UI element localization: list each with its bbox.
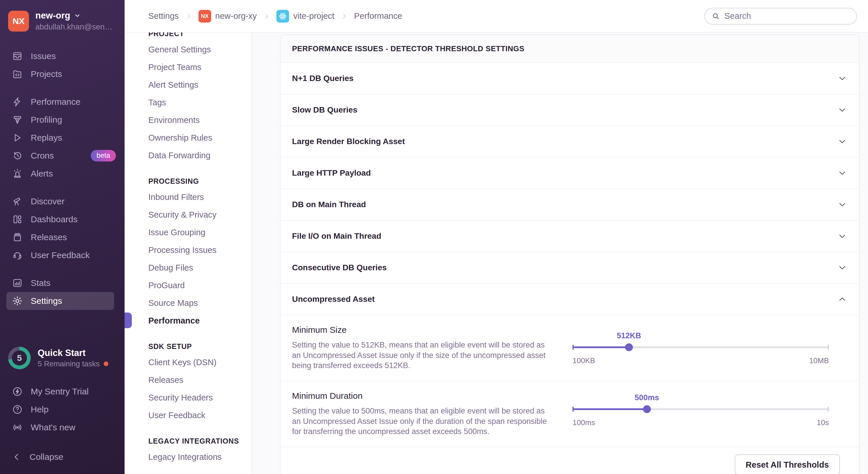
quickstart-title: Quick Start [38,348,108,358]
slider-track[interactable] [572,343,829,351]
org-name: new-org [35,10,70,21]
detector-settings-panel: PERFORMANCE ISSUES - DETECTOR THRESHOLD … [280,35,859,474]
nav-item-debug-files[interactable]: Debug Files [148,259,251,277]
nav-item-source-maps[interactable]: Source Maps [148,294,251,312]
panel-footer: Reset All Thresholds [280,447,859,474]
nav-item-alert-settings[interactable]: Alert Settings [148,76,251,94]
accordion-row-consecutive-db-queries[interactable]: Consecutive DB Queries [280,252,859,283]
threshold-title: Minimum Duration [292,391,552,401]
telescope-icon [12,196,23,207]
chevron-left-icon [12,452,22,462]
siren-icon [12,168,23,179]
accordion-row-large-render-blocking-asset[interactable]: Large Render Blocking Asset [280,126,859,158]
slider-track[interactable] [572,405,829,413]
breadcrumb-project[interactable]: vite-project [276,10,334,23]
beta-badge: beta [91,150,116,162]
chevron-down-icon [838,200,847,209]
nav-item-security-privacy[interactable]: Security & Privacy [148,206,251,224]
sidebar-item-issues[interactable]: Issues [0,47,125,65]
sidebar-item-crons[interactable]: Crons beta [0,147,125,165]
threshold-minimum-duration: Minimum Duration Setting the value to 50… [280,381,859,447]
nav-section-project: PROJECT [148,32,251,38]
row-title: Large Render Blocking Asset [292,137,405,146]
nav-item-processing-issues[interactable]: Processing Issues [148,241,251,259]
nav-item-proguard[interactable]: ProGuard [148,277,251,294]
archive-icon [12,232,23,242]
sidebar-item-releases[interactable]: Releases [0,228,125,246]
quick-start[interactable]: 5 Quick Start 5 Remaining tasks [0,347,125,369]
nav-item-data-forwarding[interactable]: Data Forwarding [148,147,251,164]
sidebar-item-settings[interactable]: Settings [6,292,114,310]
org-switcher[interactable]: NX new-org abdullah.khan@sen… [0,0,125,40]
reset-all-thresholds-button[interactable]: Reset All Thresholds [735,454,840,474]
slider-min-label: 100ms [572,418,595,427]
sidebar-item-help[interactable]: Help [0,401,125,418]
sidebar-item-alerts[interactable]: Alerts [0,165,125,182]
nav-item-legacy-integrations[interactable]: Legacy Integrations [148,448,251,466]
row-title: File I/O on Main Thread [292,232,381,241]
threshold-description: Setting the value to 512KB, means that a… [292,340,552,371]
nav-item-project-teams[interactable]: Project Teams [148,59,251,76]
search-box[interactable] [704,8,857,25]
quickstart-progress-ring: 5 [8,347,31,369]
slider-handle[interactable] [625,343,633,351]
nav-item-issue-grouping[interactable]: Issue Grouping [148,224,251,241]
sidebar-item-replays[interactable]: Replays [0,129,125,147]
nav-item-security-headers[interactable]: Security Headers [148,389,251,407]
row-title: Consecutive DB Queries [292,263,387,272]
nav-item-label: Performance [148,316,199,325]
nav-item-releases[interactable]: Releases [148,371,251,389]
breadcrumb-separator-icon [340,12,348,20]
sidebar-item-dashboards[interactable]: Dashboards [0,210,125,228]
inbox-icon [12,51,23,61]
slider-value-label: 500ms [635,393,659,402]
lightning-icon [12,97,23,107]
minimum-duration-slider: 500ms 100ms 10s [572,393,829,427]
slider-handle[interactable] [643,405,651,413]
accordion-row-db-on-main-thread[interactable]: DB on Main Thread [280,189,859,221]
search-input[interactable] [724,11,849,21]
sidebar-item-label: Alerts [31,169,53,178]
sidebar-item-user-feedback[interactable]: User Feedback [0,246,125,264]
react-icon [276,10,289,23]
accordion-row-uncompressed-asset[interactable]: Uncompressed Asset [280,283,859,315]
nav-item-ownership-rules[interactable]: Ownership Rules [148,129,251,147]
sidebar-item-discover[interactable]: Discover [0,193,125,210]
sidebar-item-profiling[interactable]: Profiling [0,111,125,129]
sidebar-item-label: Help [31,405,49,414]
nav-item-tags[interactable]: Tags [148,94,251,111]
notification-dot [104,362,108,366]
sidebar-item-trial[interactable]: My Sentry Trial [0,382,125,401]
accordion-row-n1-db-queries[interactable]: N+1 DB Queries [280,63,859,94]
accordion-row-file-io-on-main-thread[interactable]: File I/O on Main Thread [280,221,859,252]
nav-item-general-settings[interactable]: General Settings [148,41,251,59]
nav-item-inbound-filters[interactable]: Inbound Filters [148,189,251,206]
sidebar-item-projects[interactable]: Projects [0,65,125,83]
accordion-row-slow-db-queries[interactable]: Slow DB Queries [280,94,859,126]
breadcrumb-separator-icon [185,12,193,20]
sidebar-item-label: My Sentry Trial [31,386,89,397]
sidebar-item-performance[interactable]: Performance [0,93,125,111]
nav-item-environments[interactable]: Environments [148,111,251,129]
chevron-down-icon [838,74,847,83]
sidebar-item-stats[interactable]: Stats [0,274,125,292]
sidebar-item-label: Crons [31,151,54,161]
breadcrumb-separator-icon [262,12,271,20]
org-badge: NX [198,10,211,23]
breadcrumb-current-page: Performance [354,11,402,21]
nav-item-client-keys[interactable]: Client Keys (DSN) [148,353,251,371]
accordion-row-large-http-payload[interactable]: Large HTTP Payload [280,158,859,189]
chevron-down-icon [838,263,847,272]
sidebar-item-whats-new[interactable]: What's new [0,418,125,436]
sidebar-item-label: Discover [31,197,65,206]
sidebar-collapse-button[interactable]: Collapse [0,448,125,466]
breadcrumb-settings[interactable]: Settings [148,11,179,21]
row-title: Slow DB Queries [292,105,358,114]
sidebar-item-label: Profiling [31,115,62,125]
breadcrumb-org[interactable]: NX new-org-xy [198,10,257,23]
nav-item-performance[interactable]: Performance [148,312,251,330]
slider-value-label: 512KB [617,331,641,340]
history-clock-icon [12,150,23,161]
nav-item-user-feedback[interactable]: User Feedback [148,407,251,424]
chevron-down-icon [838,168,847,178]
